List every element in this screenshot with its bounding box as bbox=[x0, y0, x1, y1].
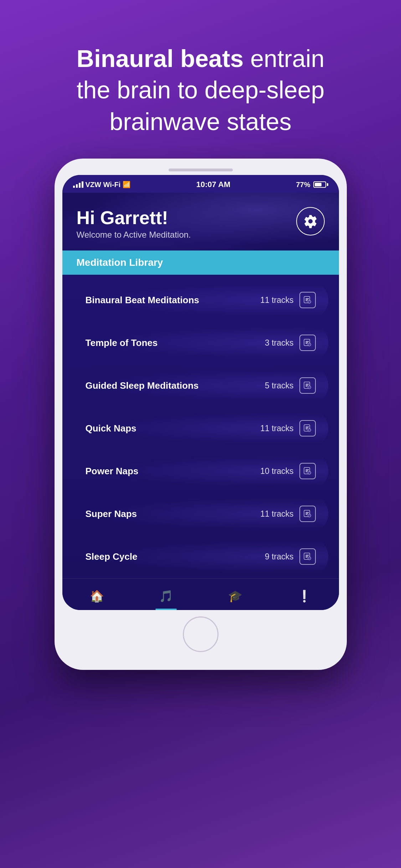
music-icon-2 bbox=[299, 377, 316, 394]
music-icon-5 bbox=[299, 506, 316, 522]
item-tracks-1: 3 tracks bbox=[265, 338, 294, 348]
item-tracks-0: 11 tracks bbox=[260, 295, 293, 305]
music-icon-4 bbox=[299, 463, 316, 479]
library-icon: 🎵 bbox=[159, 589, 173, 603]
item-name-0: Binaural Beat Meditations bbox=[86, 295, 199, 306]
settings-button[interactable] bbox=[296, 207, 325, 236]
battery-tip bbox=[327, 183, 328, 186]
greeting-subtitle: Welcome to Active Meditation. bbox=[77, 230, 191, 240]
hero-rest-text: entrain bbox=[243, 45, 324, 72]
learn-icon: 🎓 bbox=[228, 589, 242, 603]
home-bar bbox=[62, 616, 339, 652]
library-item[interactable]: Temple of Tones 3 tracks bbox=[73, 325, 328, 361]
greeting-title: Hi Garrett! bbox=[77, 207, 191, 228]
signal-bar-4 bbox=[82, 181, 83, 188]
music-icon-3 bbox=[299, 420, 316, 436]
notch-pill bbox=[169, 169, 233, 171]
item-right-3: 11 tracks bbox=[260, 420, 315, 436]
item-right-4: 10 tracks bbox=[260, 463, 315, 479]
item-right-2: 5 tracks bbox=[265, 377, 316, 394]
app-header: Hi Garrett! Welcome to Active Meditation… bbox=[62, 193, 339, 250]
item-name-4: Power Naps bbox=[86, 466, 139, 477]
library-item[interactable]: Super Naps 11 tracks bbox=[73, 496, 328, 532]
hero-section: Binaural beats entrainthe brain to deep-… bbox=[41, 0, 360, 159]
wifi-icon: 📶 bbox=[123, 181, 130, 188]
home-icon: 🏠 bbox=[90, 589, 104, 603]
hero-line2: the brain to deep-sleep bbox=[77, 76, 325, 103]
signal-bar-1 bbox=[73, 186, 75, 188]
gear-icon bbox=[303, 214, 318, 229]
nav-item-home[interactable]: 🏠 bbox=[79, 586, 115, 606]
item-tracks-5: 11 tracks bbox=[260, 509, 293, 519]
library-item[interactable]: Quick Naps 11 tracks bbox=[73, 410, 328, 446]
battery-icon bbox=[313, 181, 328, 188]
item-right-6: 9 tracks bbox=[265, 548, 316, 565]
nav-item-library[interactable]: 🎵 bbox=[148, 586, 184, 606]
home-button[interactable] bbox=[183, 616, 219, 652]
signal-bar-2 bbox=[76, 184, 78, 188]
music-icon-1 bbox=[299, 335, 316, 351]
hero-line3: brainwave states bbox=[109, 108, 291, 135]
section-header: Meditation Library bbox=[62, 250, 339, 275]
item-right-5: 11 tracks bbox=[260, 506, 315, 522]
status-time: 10:07 AM bbox=[196, 180, 230, 189]
item-tracks-4: 10 tracks bbox=[260, 466, 293, 476]
signal-bar-3 bbox=[79, 183, 81, 188]
greeting-block: Hi Garrett! Welcome to Active Meditation… bbox=[77, 207, 191, 240]
battery-fill bbox=[315, 183, 322, 186]
phone-notch bbox=[62, 169, 339, 171]
section-title: Meditation Library bbox=[77, 257, 163, 268]
item-name-3: Quick Naps bbox=[86, 423, 137, 434]
library-list: Binaural Beat Meditations 11 tracks Temp… bbox=[62, 275, 339, 578]
signal-bars bbox=[73, 181, 83, 188]
hero-bold-text: Binaural beats bbox=[77, 45, 244, 72]
item-tracks-2: 5 tracks bbox=[265, 381, 294, 391]
status-right: 77% bbox=[296, 181, 328, 189]
phone-mockup: VZW Wi-Fi 📶 10:07 AM 77% Hi Garrett! Wel… bbox=[55, 159, 347, 670]
item-right-0: 11 tracks bbox=[260, 292, 315, 308]
status-left: VZW Wi-Fi 📶 bbox=[73, 181, 131, 189]
item-name-2: Guided Sleep Meditations bbox=[86, 380, 199, 391]
item-tracks-3: 11 tracks bbox=[260, 424, 293, 433]
library-item[interactable]: Sleep Cycle 9 tracks bbox=[73, 538, 328, 575]
item-name-1: Temple of Tones bbox=[86, 337, 158, 348]
nav-item-info[interactable]: ❕ bbox=[287, 586, 322, 606]
item-right-1: 3 tracks bbox=[265, 335, 316, 351]
status-bar: VZW Wi-Fi 📶 10:07 AM 77% bbox=[62, 175, 339, 193]
battery-percent: 77% bbox=[296, 181, 310, 189]
item-name-5: Super Naps bbox=[86, 508, 137, 520]
library-item[interactable]: Power Naps 10 tracks bbox=[73, 453, 328, 489]
battery-body bbox=[313, 181, 326, 188]
item-name-6: Sleep Cycle bbox=[86, 551, 138, 562]
nav-item-learn[interactable]: 🎓 bbox=[217, 586, 253, 606]
item-tracks-6: 9 tracks bbox=[265, 552, 294, 562]
library-item[interactable]: Guided Sleep Meditations 5 tracks bbox=[73, 367, 328, 404]
phone-screen: VZW Wi-Fi 📶 10:07 AM 77% Hi Garrett! Wel… bbox=[62, 175, 339, 610]
library-item[interactable]: Binaural Beat Meditations 11 tracks bbox=[73, 282, 328, 318]
music-icon-0 bbox=[299, 292, 316, 308]
music-icon-6 bbox=[299, 548, 316, 565]
bottom-nav: 🏠 🎵 🎓 ❕ bbox=[62, 578, 339, 610]
carrier-text: VZW Wi-Fi bbox=[86, 181, 121, 189]
info-icon: ❕ bbox=[297, 589, 312, 603]
